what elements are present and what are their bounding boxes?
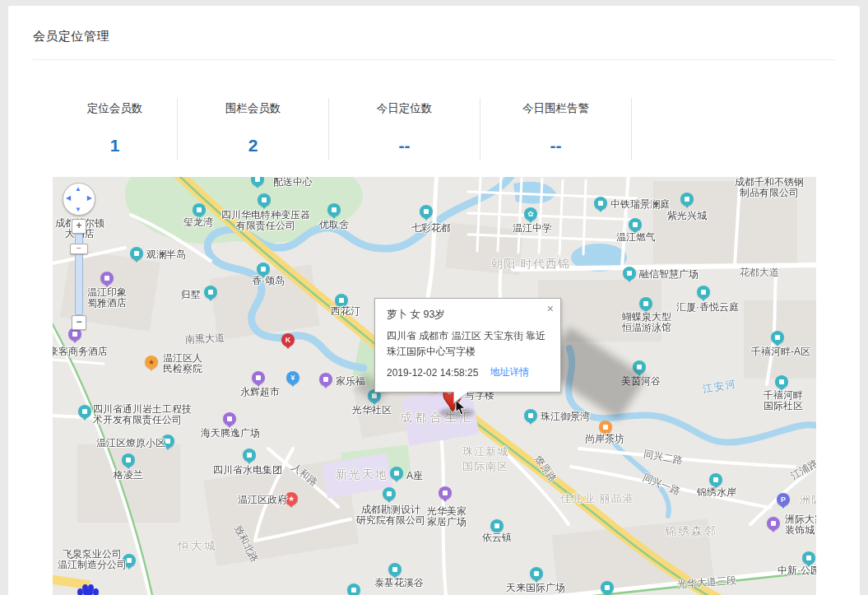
poi-glyph — [255, 177, 260, 182]
poi-glyph — [256, 375, 261, 380]
pan-up-icon[interactable]: ▲ — [75, 185, 81, 193]
stat-fence-members: 围栏会员数 2 — [178, 98, 329, 160]
stat-value: -- — [399, 136, 411, 156]
building-icon[interactable] — [601, 581, 614, 594]
poi-glyph — [104, 276, 109, 281]
mall-icon[interactable] — [223, 412, 236, 425]
poi-label: 紫光兴城 — [667, 211, 707, 221]
poi-glyph — [701, 290, 706, 295]
building-icon[interactable] — [420, 205, 433, 218]
building-icon[interactable] — [697, 286, 710, 299]
building-icon[interactable] — [775, 375, 788, 388]
bank-icon[interactable]: ¥ — [286, 371, 299, 384]
poi-glyph — [598, 201, 603, 206]
building-icon[interactable] — [258, 193, 271, 207]
poi-glyph — [685, 197, 689, 202]
poi-label: 温江区政府 — [238, 495, 287, 505]
poi-glyph: P — [781, 496, 786, 504]
page-title: 会员定位管理 — [33, 29, 109, 44]
pan-right-icon[interactable]: ▶ — [87, 194, 92, 202]
poi-label: 中新·公园 — [777, 565, 816, 576]
address-detail-link[interactable]: 地址详情 — [490, 365, 529, 379]
area-label: 新光天地 — [336, 467, 388, 482]
building-icon[interactable] — [802, 551, 815, 565]
poi-label: 归墅 — [181, 290, 201, 300]
poi-glyph — [633, 222, 638, 227]
mall-icon[interactable] — [439, 486, 452, 500]
poi-glyph: ★ — [288, 495, 295, 503]
poi-glyph — [771, 521, 776, 526]
pan-down-icon[interactable]: ▼ — [75, 206, 81, 213]
building-icon[interactable] — [78, 405, 91, 418]
zoom-slider-handle[interactable]: − — [70, 244, 88, 254]
supermarket-icon[interactable] — [252, 371, 265, 384]
building-icon[interactable] — [390, 467, 403, 480]
pan-control[interactable]: ▲ ▼ ◀ ▶ — [63, 183, 95, 216]
poi-label: 光华社区 — [352, 405, 392, 416]
poi-label: 珠江御景湾 — [541, 411, 590, 422]
teahouse-icon[interactable] — [599, 421, 612, 434]
poi-label: 飞泉泵业公司温江制造分公司 — [58, 549, 127, 570]
pan-left-icon[interactable]: ◀ — [66, 194, 71, 202]
building-icon[interactable] — [130, 247, 143, 260]
poi-label: 天来国际广场 — [506, 583, 565, 593]
procuratorate-emblem-icon[interactable]: ★ — [145, 356, 158, 369]
stats-row: 定位会员数 1 围栏会员数 2 今日定位数 -- 今日围栏告警 -- — [53, 98, 632, 160]
hotel-icon[interactable] — [100, 272, 114, 285]
building-icon[interactable] — [388, 563, 402, 576]
map-nav-control: ▲ ▼ ◀ ▶ + − − — [63, 183, 95, 216]
stat-value: -- — [550, 136, 562, 156]
member-address: 四川省 成都市 温江区 天宝东街 靠近珠江国际中心写字楼 — [387, 328, 548, 360]
building-icon[interactable] — [771, 331, 784, 344]
map-canvas[interactable]: 配送中心玺龙湾四川华电特种变压器有限责任公司优取舍七彩花都✿温江中学中铁瑞景澜庭… — [53, 177, 816, 595]
member-info-window: × 萝卜 女 93岁 四川省 成都市 温江区 天宝东街 靠近珠江国际中心写字楼 … — [374, 298, 561, 393]
area-label: 锦绣森邻 — [665, 524, 717, 539]
building-icon[interactable] — [530, 567, 543, 580]
building-icon[interactable] — [193, 203, 206, 216]
building-icon[interactable] — [327, 203, 341, 216]
baidu-maps-logo — [77, 584, 99, 595]
building-icon[interactable] — [709, 473, 722, 486]
poi-glyph — [351, 588, 356, 593]
kfc-icon[interactable]: K — [281, 333, 295, 346]
building-icon[interactable] — [629, 218, 642, 231]
poi-glyph — [134, 251, 139, 256]
building-icon[interactable] — [594, 197, 607, 210]
poi-glyph — [208, 290, 213, 295]
school-icon[interactable]: ✿ — [524, 207, 537, 221]
area-label: 恒大城 — [178, 539, 217, 554]
building-icon[interactable] — [680, 193, 694, 206]
building-icon[interactable] — [204, 286, 217, 299]
poi-glyph — [247, 453, 252, 458]
close-icon[interactable]: × — [547, 303, 554, 314]
poi-glyph — [227, 416, 232, 421]
building-icon[interactable] — [524, 409, 537, 422]
building-icon[interactable] — [347, 583, 360, 595]
building-icon[interactable] — [122, 453, 135, 467]
poi-glyph — [603, 425, 608, 430]
building-icon[interactable] — [257, 263, 270, 276]
poi-label: 成都千和不锈钢制品有限公司 — [735, 177, 804, 198]
poi-label: 七彩花都 — [411, 223, 451, 234]
poi-glyph — [392, 567, 397, 572]
stat-label: 今日定位数 — [377, 101, 433, 116]
zoom-in-button[interactable]: + — [72, 219, 86, 234]
parking-icon[interactable]: P — [777, 493, 790, 506]
building-icon[interactable] — [383, 487, 396, 500]
mall-icon[interactable] — [767, 517, 780, 530]
swim-icon[interactable] — [639, 297, 652, 310]
building-icon[interactable] — [243, 449, 256, 462]
road-label: 花都大道 — [740, 266, 779, 280]
poi-label: 格凌兰 — [114, 470, 143, 481]
building-icon[interactable] — [623, 267, 636, 280]
supermarket-icon[interactable] — [319, 373, 332, 386]
poi-glyph — [127, 558, 132, 563]
zoom-out-button[interactable]: − — [72, 315, 86, 330]
poi-glyph: ★ — [148, 359, 155, 366]
poi-label: 优取舍 — [319, 220, 349, 230]
poi-label: 泰基花溪谷 — [374, 578, 424, 588]
member-summary: 萝卜 女 93岁 — [387, 308, 549, 322]
building-icon[interactable] — [490, 519, 504, 532]
poi-glyph — [779, 379, 784, 384]
poi-label: 成都勘测设计研究院有限公司 — [356, 504, 425, 526]
